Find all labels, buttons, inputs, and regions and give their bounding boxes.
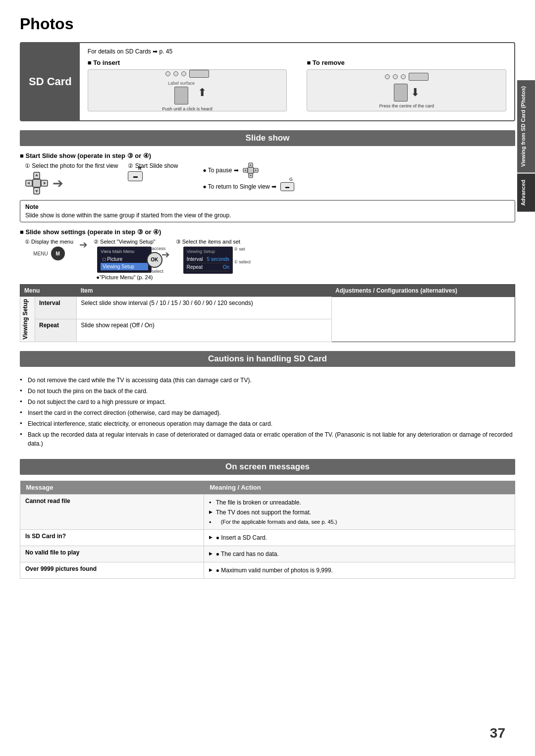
settings-step3: ③ Select the items and set Viewing Setup… [176,239,240,274]
to-pause-box: ● To pause ➡ ● To ret [203,162,294,191]
svg-rect-4 [33,179,41,187]
g-button: G ▬ [280,182,294,191]
list-item: Do not remove the card while the TV is a… [20,375,515,386]
table-row: Over 9999 pictures found ● Maximum valid… [20,562,515,579]
port-circle [401,74,406,79]
note-box: Note Slide show is done within the same … [20,200,515,222]
vs-repeat-item: Repeat [35,319,77,342]
action-list-2: ● Insert a SD Card. [209,533,510,543]
vs-repeat-val: On [223,264,229,270]
settings-step1: ① Display the menu MENU M [25,239,73,260]
remove-title: ■ To remove [307,59,506,66]
table-row: No valid file to play ● The card has no … [20,546,515,562]
to-single-text: ● To return to Single view ➡ [203,183,276,190]
remove-diagram: ⬇ Press the centre of the card [307,69,506,111]
sd-card-chip-remove [394,84,408,101]
access-label: ② access [147,246,166,251]
settings-title: ■ Slide show settings (operate in step ③… [20,228,515,236]
action-list-3: ● The card has no data. [209,549,510,559]
port-slot [189,70,209,78]
main-menu-title: Viera Main Menu [101,249,148,254]
step-arrow-2: ➔ [79,239,88,251]
set-select-label-col: ② set ① select [234,247,251,264]
right-side-tab: Viewing from SD Card (Photos) Advanced [517,79,535,212]
action-col-header: Meaning / Action [204,481,515,495]
display-menu-label: ① Display the menu [25,239,73,245]
note-text: Slide show is done within the same group… [25,212,510,219]
insert-caption2: Push until a click is heard [88,106,287,111]
r-label: R [138,166,142,171]
sd-card-section: SD Card For details on SD Cards ➡ p. 45 … [20,42,515,121]
dpad-icon-pause [243,162,259,178]
set-label: ② set [234,247,251,252]
svg-rect-13 [248,167,254,173]
sd-card-note: For details on SD Cards ➡ p. 45 [88,48,506,55]
vs-interval-item: Interval [35,297,77,319]
on-screen-messages-section: On screen messages Message Meaning / Act… [20,459,515,579]
list-item: Back up the recorded data at regular int… [20,429,515,449]
vs-repeat-desc: Slide show repeat (Off / On) [77,319,331,342]
insert-diagram: Label surface ⬆ Push until a click is he… [88,69,287,111]
note-title: Note [25,203,510,210]
msg-key-2: Is SD Card in? [25,533,66,540]
msg-key-3: No valid file to play [25,549,79,556]
menu-viewing-item: Viewing Setup [101,263,148,270]
viewing-setup-table: Menu Item Adjustments / Configurations (… [20,284,515,342]
port-circle [173,71,178,76]
advanced-tab: Advanced [517,173,535,212]
step-arrow-1: ➔ [53,176,63,191]
cautions-section: Cautions in handling SD Card Do not remo… [20,351,515,451]
settings-steps-row: ① Display the menu MENU M ➔ ② Select "Vi… [20,239,515,280]
page-number: 37 [490,725,505,741]
page-title: Photos [20,15,515,33]
table-row: Viewing Setup Interval Select slide show… [20,297,515,319]
picture-menu-note: ●"Picture Menu" (p. 24) [96,274,153,280]
menu-text-label: MENU [33,251,48,256]
port-circle [181,71,186,76]
list-item: ● Maximum valid number of photos is 9,99… [209,565,510,575]
vs-interval-desc: Select slide show interval (5 / 10 / 15 … [77,297,331,319]
r-button: R ▬ [128,171,143,181]
port-circle [165,71,170,76]
to-pause-row: ● To pause ➡ [203,162,294,178]
messages-header: On screen messages [20,459,515,475]
select-viewing-label: ② Select "Viewing Setup" [94,239,156,245]
step2-col: ② Start Slide show R ▬ [128,162,178,181]
select-label2: ① select [234,259,251,264]
list-item: Do not subject the card to a high pressu… [20,397,515,407]
vs-col-adj: Adjustments / Configurations (alternativ… [331,285,515,297]
list-item: ● Insert a SD Card. [209,533,510,543]
step1-col: ① Select the photo for the first view [25,162,118,195]
to-single-view-row: ● To return to Single view ➡ G ▬ [203,182,294,191]
access-label-col: ② access OK ① select [147,246,166,274]
slide-show-header: Slide show [20,130,515,146]
menu-picture-item: □ Picture [101,255,148,263]
main-menu-col: ② Select "Viewing Setup" Viera Main Menu… [94,239,156,280]
table-row: Cannot read file The file is broken or u… [20,494,515,530]
msg-col-header: Message [20,481,204,495]
list-item: ● The card has no data. [209,549,510,559]
label-surface: Label surface [168,81,195,86]
vs-repeat-label: Repeat [187,264,203,270]
g-label: G [289,177,293,182]
sd-card-chip-insert [174,87,188,104]
insert-title: ■ To insert [88,59,287,66]
vs-interval-val: 5 seconds [207,256,230,262]
main-menu-screen: Viera Main Menu □ Picture Viewing Setup [97,247,152,273]
vs-col-menu: Menu [20,285,77,297]
step2-label: ② Start Slide show [128,162,178,169]
list-item: The file is broken or unreadable. [209,498,510,507]
sd-card-label: SD Card [21,43,80,120]
cautions-header: Cautions in handling SD Card [20,351,515,367]
table-row: Is SD Card in? ● Insert a SD Card. [20,530,515,546]
to-pause-text: ● To pause ➡ [203,167,238,174]
vs-interval-row: Interval 5 seconds [187,255,229,263]
step1-label: ① Select the photo for the first view [25,162,118,169]
start-slide-title: ■ Start Slide show (operate in step ③ or… [20,152,515,159]
vs-interval-label: Interval [187,256,203,262]
vs-menu-col: Viewing Setup [20,297,35,342]
menu-button-icon: M [51,247,65,260]
messages-table: Message Meaning / Action Cannot read fil… [20,481,515,579]
list-item: (For the applicable formats and data, se… [209,517,510,527]
ok-button-settings: OK [147,252,162,268]
